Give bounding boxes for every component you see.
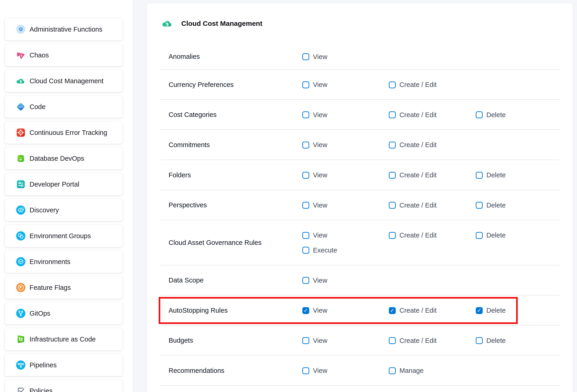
code-icon: </> — [16, 102, 25, 111]
checkbox-create-edit[interactable] — [389, 111, 396, 118]
checkbox-view[interactable] — [302, 307, 309, 314]
sidebar-item-chaos[interactable]: Chaos — [5, 44, 122, 66]
permission-label: View — [313, 53, 327, 61]
checkbox-delete[interactable] — [476, 111, 483, 118]
database-devops-icon: ∞ — [16, 154, 25, 163]
sidebar-item-environment-groups[interactable]: Environment Groups — [5, 225, 122, 247]
checkbox-create-edit[interactable] — [389, 81, 396, 88]
checkbox-view[interactable] — [302, 337, 309, 344]
sidebar-item-infrastructure-as-code[interactable]: Infrastructure as Code — [5, 328, 122, 350]
permission-label: Delete — [486, 307, 506, 314]
permission-label: View — [313, 171, 327, 179]
resource-label: Folders — [169, 171, 191, 179]
sidebar-item-code[interactable]: </> Code — [5, 96, 122, 118]
checkbox-create-edit[interactable] — [389, 232, 396, 239]
permission-row-data-scope: Data Scope View — [160, 265, 560, 295]
checkbox-delete[interactable] — [476, 337, 483, 344]
sidebar-item-policies[interactable]: Policies — [5, 380, 122, 392]
permission-currency-preferences-view: View — [302, 81, 327, 88]
cloud-cost-management-icon: $ — [16, 76, 25, 86]
sidebar-item-environments[interactable]: Environments — [5, 251, 122, 273]
permission-label: Delete — [486, 171, 506, 179]
chaos-icon — [16, 50, 25, 60]
permission-row-cloud-asset-governance-rules: Cloud Asset Governance Rules ViewCreate … — [160, 220, 560, 265]
permission-perspectives-create-edit: Create / Edit — [389, 202, 436, 209]
permission-cloud-asset-governance-rules-execute: Execute — [302, 247, 337, 254]
resource-label: Commitments — [169, 141, 210, 148]
permission-cloud-asset-governance-rules-delete: Delete — [476, 232, 506, 239]
continuous-error-tracking-icon — [16, 128, 25, 137]
sidebar-item-discovery[interactable]: ⚙ Discovery — [5, 199, 122, 221]
resource-label: Currency Preferences — [169, 81, 234, 88]
permission-cloud-asset-governance-rules-create-edit: Create / Edit — [389, 232, 436, 239]
permission-folders-delete: Delete — [476, 172, 506, 179]
sidebar-item-continuous-error-tracking[interactable]: Continuous Error Tracking — [5, 121, 122, 144]
permission-label: Execute — [313, 247, 337, 254]
checkbox-view[interactable] — [302, 53, 309, 60]
permission-label: Create / Edit — [399, 111, 436, 119]
checkbox-view[interactable] — [302, 111, 309, 118]
checkbox-view[interactable] — [302, 172, 309, 179]
checkbox-create-edit[interactable] — [389, 202, 396, 209]
checkbox-view[interactable] — [302, 202, 309, 209]
sidebar-item-label: GitOps — [30, 310, 50, 317]
permission-recommendations-manage: Manage — [389, 367, 424, 374]
checkbox-create-edit[interactable] — [389, 172, 396, 179]
permission-label: View — [313, 202, 327, 209]
sidebar-item-cloud-cost-management[interactable]: $ Cloud Cost Management — [5, 70, 122, 92]
permission-label: Delete — [486, 232, 506, 239]
checkbox-view[interactable] — [302, 232, 309, 239]
sidebar-item-label: Chaos — [30, 51, 49, 59]
sidebar-item-feature-flags[interactable]: Feature Flags — [5, 277, 122, 299]
permission-label: Create / Edit — [399, 81, 436, 89]
resource-label: Cloud Asset Governance Rules — [169, 239, 261, 247]
checkbox-manage[interactable] — [389, 367, 396, 374]
permission-label: View — [313, 367, 327, 374]
permission-autostopping-rules-delete: Delete — [476, 307, 506, 314]
checkbox-delete[interactable] — [476, 307, 483, 314]
permission-autostopping-rules-view: View — [302, 307, 327, 314]
permission-label: View — [313, 111, 327, 119]
checkbox-view[interactable] — [302, 367, 309, 374]
permission-folders-create-edit: Create / Edit — [389, 172, 436, 179]
checkbox-delete[interactable] — [476, 172, 483, 179]
administrative-functions-icon: ⚙ — [16, 25, 25, 34]
checkbox-create-edit[interactable] — [389, 307, 396, 314]
pipelines-icon — [16, 360, 25, 370]
sidebar-item-label: Infrastructure as Code — [30, 335, 96, 343]
permissions-card: $ Cloud Cost Management Anomalies View C… — [147, 3, 573, 392]
resource-label: Data Scope — [169, 277, 204, 284]
checkbox-view[interactable] — [302, 142, 309, 148]
checkbox-create-edit[interactable] — [389, 337, 396, 344]
sidebar-item-developer-portal[interactable]: Developer Portal — [5, 173, 122, 195]
checkbox-view[interactable] — [302, 277, 309, 284]
module-title: Cloud Cost Management — [181, 20, 262, 28]
permission-label: Manage — [399, 367, 424, 374]
sidebar-item-label: Pipelines — [30, 361, 57, 369]
permission-row-currency-preferences: Currency Preferences ViewCreate / Edit — [160, 70, 560, 100]
svg-text:</>: </> — [18, 105, 23, 108]
sidebar-item-administrative-functions[interactable]: ⚙ Administrative Functions — [5, 18, 122, 40]
permission-label: Create / Edit — [399, 202, 436, 209]
permission-row-perspectives: Perspectives ViewCreate / EditDelete — [160, 190, 560, 220]
checkbox-delete[interactable] — [476, 202, 483, 209]
permission-label: Delete — [486, 111, 506, 119]
sidebar-item-database-devops[interactable]: ∞ Database DevOps — [5, 147, 122, 170]
checkbox-view[interactable] — [302, 81, 309, 88]
developer-portal-icon — [16, 180, 25, 189]
permission-row-folders: Folders ViewCreate / EditDelete — [160, 160, 560, 190]
sidebar-item-gitops[interactable]: GitOps — [5, 302, 122, 324]
permission-label: Create / Edit — [399, 171, 436, 179]
permission-label: View — [313, 277, 327, 284]
resource-label: Anomalies — [169, 53, 200, 60]
permission-label: Create / Edit — [399, 232, 436, 239]
sidebar-item-label: Discovery — [30, 206, 59, 214]
permission-perspectives-view: View — [302, 202, 327, 209]
checkbox-delete[interactable] — [476, 232, 483, 239]
sidebar-item-pipelines[interactable]: Pipelines — [5, 354, 122, 376]
permission-commitments-view: View — [302, 142, 327, 148]
checkbox-create-edit[interactable] — [389, 142, 396, 148]
sidebar-item-label: Database DevOps — [30, 155, 84, 162]
resource-label: Recommendations — [169, 367, 224, 374]
checkbox-execute[interactable] — [302, 247, 309, 254]
